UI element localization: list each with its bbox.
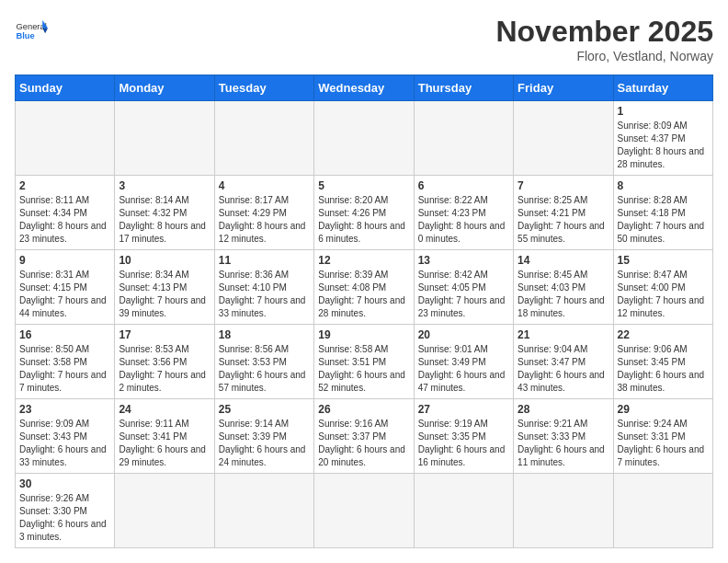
- calendar-cell: 13Sunrise: 8:42 AM Sunset: 4:05 PM Dayli…: [414, 250, 513, 325]
- day-number: 23: [19, 403, 110, 416]
- calendar-cell: 24Sunrise: 9:11 AM Sunset: 3:41 PM Dayli…: [115, 399, 214, 474]
- day-number: 14: [518, 254, 609, 267]
- header-wednesday: Wednesday: [314, 75, 414, 101]
- svg-text:Blue: Blue: [16, 31, 34, 40]
- day-info: Sunrise: 8:11 AM Sunset: 4:34 PM Dayligh…: [19, 194, 110, 246]
- day-number: 24: [119, 403, 210, 416]
- calendar-cell: 2Sunrise: 8:11 AM Sunset: 4:34 PM Daylig…: [16, 176, 115, 250]
- calendar-row: 9Sunrise: 8:31 AM Sunset: 4:15 PM Daylig…: [16, 250, 713, 325]
- day-number: 28: [518, 403, 609, 416]
- calendar-cell: 22Sunrise: 9:06 AM Sunset: 3:45 PM Dayli…: [613, 325, 712, 399]
- calendar-cell: 30Sunrise: 9:26 AM Sunset: 3:30 PM Dayli…: [16, 474, 115, 548]
- calendar-row: 23Sunrise: 9:09 AM Sunset: 3:43 PM Dayli…: [16, 399, 713, 474]
- day-number: 18: [219, 328, 310, 341]
- calendar-cell: 3Sunrise: 8:14 AM Sunset: 4:32 PM Daylig…: [115, 176, 214, 250]
- header-saturday: Saturday: [613, 75, 712, 101]
- day-number: 17: [119, 328, 210, 341]
- day-info: Sunrise: 8:25 AM Sunset: 4:21 PM Dayligh…: [518, 194, 609, 246]
- day-info: Sunrise: 8:56 AM Sunset: 3:53 PM Dayligh…: [219, 343, 310, 395]
- page-header: General Blue November 2025 Floro, Vestla…: [15, 15, 713, 63]
- day-info: Sunrise: 9:24 AM Sunset: 3:31 PM Dayligh…: [618, 418, 709, 469]
- calendar-cell: 16Sunrise: 8:50 AM Sunset: 3:58 PM Dayli…: [16, 325, 115, 399]
- location: Floro, Vestland, Norway: [495, 49, 713, 63]
- calendar-cell: 28Sunrise: 9:21 AM Sunset: 3:33 PM Dayli…: [514, 399, 613, 474]
- calendar-cell: 17Sunrise: 8:53 AM Sunset: 3:56 PM Dayli…: [115, 325, 214, 399]
- calendar-cell: 18Sunrise: 8:56 AM Sunset: 3:53 PM Dayli…: [214, 325, 313, 399]
- day-number: 30: [19, 477, 110, 490]
- calendar-cell: 9Sunrise: 8:31 AM Sunset: 4:15 PM Daylig…: [16, 250, 115, 325]
- calendar-cell: 29Sunrise: 9:24 AM Sunset: 3:31 PM Dayli…: [613, 399, 712, 474]
- calendar-cell: 15Sunrise: 8:47 AM Sunset: 4:00 PM Dayli…: [613, 250, 712, 325]
- calendar-cell: 4Sunrise: 8:17 AM Sunset: 4:29 PM Daylig…: [214, 176, 313, 250]
- day-info: Sunrise: 8:17 AM Sunset: 4:29 PM Dayligh…: [219, 194, 310, 246]
- month-title: November 2025: [495, 15, 713, 49]
- day-number: 6: [418, 179, 509, 192]
- day-number: 3: [119, 179, 210, 192]
- calendar-cell: 23Sunrise: 9:09 AM Sunset: 3:43 PM Dayli…: [16, 399, 115, 474]
- day-info: Sunrise: 8:36 AM Sunset: 4:10 PM Dayligh…: [219, 269, 310, 320]
- logo: General Blue: [15, 15, 48, 48]
- calendar-row: 30Sunrise: 9:26 AM Sunset: 3:30 PM Dayli…: [16, 474, 713, 548]
- day-info: Sunrise: 8:45 AM Sunset: 4:03 PM Dayligh…: [518, 269, 609, 320]
- day-number: 13: [418, 254, 509, 267]
- day-number: 12: [318, 254, 409, 267]
- day-info: Sunrise: 8:50 AM Sunset: 3:58 PM Dayligh…: [19, 343, 110, 395]
- calendar-cell: 14Sunrise: 8:45 AM Sunset: 4:03 PM Dayli…: [514, 250, 613, 325]
- day-number: 21: [518, 328, 609, 341]
- day-number: 25: [219, 403, 310, 416]
- calendar-table: Sunday Monday Tuesday Wednesday Thursday…: [15, 75, 713, 548]
- day-number: 8: [618, 179, 709, 192]
- day-info: Sunrise: 9:06 AM Sunset: 3:45 PM Dayligh…: [618, 343, 709, 395]
- calendar-cell: 25Sunrise: 9:14 AM Sunset: 3:39 PM Dayli…: [214, 399, 313, 474]
- day-info: Sunrise: 9:19 AM Sunset: 3:35 PM Dayligh…: [418, 418, 509, 469]
- day-info: Sunrise: 9:21 AM Sunset: 3:33 PM Dayligh…: [518, 418, 609, 469]
- day-info: Sunrise: 9:26 AM Sunset: 3:30 PM Dayligh…: [19, 492, 110, 544]
- header-friday: Friday: [514, 75, 613, 101]
- calendar-cell: [214, 101, 313, 176]
- day-number: 5: [318, 179, 409, 192]
- day-info: Sunrise: 9:16 AM Sunset: 3:37 PM Dayligh…: [318, 418, 409, 469]
- day-number: 4: [219, 179, 310, 192]
- day-info: Sunrise: 9:14 AM Sunset: 3:39 PM Dayligh…: [219, 418, 310, 469]
- day-info: Sunrise: 8:53 AM Sunset: 3:56 PM Dayligh…: [119, 343, 210, 395]
- day-info: Sunrise: 8:31 AM Sunset: 4:15 PM Dayligh…: [19, 269, 110, 320]
- calendar-row: 2Sunrise: 8:11 AM Sunset: 4:34 PM Daylig…: [16, 176, 713, 250]
- calendar-cell: 1Sunrise: 8:09 AM Sunset: 4:37 PM Daylig…: [613, 101, 712, 176]
- header-thursday: Thursday: [414, 75, 513, 101]
- day-number: 29: [618, 403, 709, 416]
- day-number: 2: [19, 179, 110, 192]
- calendar-cell: [514, 101, 613, 176]
- weekday-header-row: Sunday Monday Tuesday Wednesday Thursday…: [16, 75, 713, 101]
- calendar-cell: [613, 474, 712, 548]
- day-info: Sunrise: 9:04 AM Sunset: 3:47 PM Dayligh…: [518, 343, 609, 395]
- calendar-cell: [414, 101, 513, 176]
- day-info: Sunrise: 9:09 AM Sunset: 3:43 PM Dayligh…: [19, 418, 110, 469]
- calendar-row: 16Sunrise: 8:50 AM Sunset: 3:58 PM Dayli…: [16, 325, 713, 399]
- day-info: Sunrise: 8:22 AM Sunset: 4:23 PM Dayligh…: [418, 194, 509, 246]
- day-info: Sunrise: 8:47 AM Sunset: 4:00 PM Dayligh…: [618, 269, 709, 320]
- calendar-cell: [115, 101, 214, 176]
- calendar-cell: 7Sunrise: 8:25 AM Sunset: 4:21 PM Daylig…: [514, 176, 613, 250]
- day-info: Sunrise: 8:09 AM Sunset: 4:37 PM Dayligh…: [618, 120, 709, 171]
- day-number: 20: [418, 328, 509, 341]
- day-number: 10: [119, 254, 210, 267]
- calendar-cell: 20Sunrise: 9:01 AM Sunset: 3:49 PM Dayli…: [414, 325, 513, 399]
- calendar-cell: [115, 474, 214, 548]
- day-info: Sunrise: 8:28 AM Sunset: 4:18 PM Dayligh…: [618, 194, 709, 246]
- calendar-cell: 26Sunrise: 9:16 AM Sunset: 3:37 PM Dayli…: [314, 399, 414, 474]
- calendar-cell: 19Sunrise: 8:58 AM Sunset: 3:51 PM Dayli…: [314, 325, 414, 399]
- header-tuesday: Tuesday: [214, 75, 313, 101]
- day-info: Sunrise: 8:58 AM Sunset: 3:51 PM Dayligh…: [318, 343, 409, 395]
- calendar-cell: [214, 474, 313, 548]
- calendar-cell: 12Sunrise: 8:39 AM Sunset: 4:08 PM Dayli…: [314, 250, 414, 325]
- calendar-cell: [314, 101, 414, 176]
- day-info: Sunrise: 9:01 AM Sunset: 3:49 PM Dayligh…: [418, 343, 509, 395]
- logo-icon: General Blue: [15, 15, 48, 48]
- calendar-cell: 27Sunrise: 9:19 AM Sunset: 3:35 PM Dayli…: [414, 399, 513, 474]
- svg-marker-2: [42, 20, 48, 29]
- day-number: 19: [318, 328, 409, 341]
- calendar-cell: [314, 474, 414, 548]
- calendar-cell: 8Sunrise: 8:28 AM Sunset: 4:18 PM Daylig…: [613, 176, 712, 250]
- day-number: 15: [618, 254, 709, 267]
- header-sunday: Sunday: [16, 75, 115, 101]
